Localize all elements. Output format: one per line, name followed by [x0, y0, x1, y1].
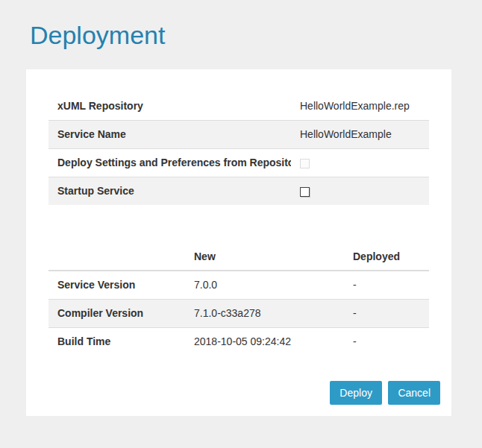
- deployment-card: xUML Repository HelloWorldExample.rep Se…: [26, 69, 451, 416]
- startup-service-checkbox[interactable]: [300, 187, 310, 197]
- compiler-version-deployed: -: [344, 299, 429, 327]
- action-buttons: Deploy Cancel: [37, 381, 440, 405]
- table-row-compiler-version: Compiler Version 7.1.0-c33a278 -: [48, 299, 429, 327]
- deploy-settings-checkbox: [300, 159, 310, 168]
- page-title: Deployment: [30, 21, 456, 49]
- build-time-label: Build Time: [48, 327, 185, 356]
- cancel-button[interactable]: Cancel: [388, 381, 440, 405]
- column-header-empty: [48, 242, 185, 271]
- table-row-build-time: Build Time 2018-10-05 09:24:42 -: [48, 327, 429, 356]
- xuml-repository-label: xUML Repository: [48, 92, 291, 120]
- build-time-new: 2018-10-05 09:24:42: [185, 327, 344, 356]
- deploy-button[interactable]: Deploy: [330, 381, 382, 405]
- xuml-repository-value: HelloWorldExample.rep: [291, 92, 429, 120]
- startup-service-label: Startup Service: [48, 177, 291, 205]
- compiler-version-label: Compiler Version: [48, 299, 185, 327]
- version-comparison-table: New Deployed Service Version 7.0.0 - Com…: [48, 242, 429, 356]
- deploy-settings-label: Deploy Settings and Preferences from Rep…: [48, 148, 291, 177]
- table-row-service-name: Service Name HelloWorldExample: [48, 120, 429, 148]
- service-name-label: Service Name: [48, 120, 291, 148]
- build-time-deployed: -: [344, 327, 429, 356]
- table-row-xuml-repository: xUML Repository HelloWorldExample.rep: [48, 92, 429, 120]
- table-row-deploy-settings: Deploy Settings and Preferences from Rep…: [48, 148, 429, 177]
- service-version-label: Service Version: [48, 271, 185, 299]
- service-name-value: HelloWorldExample: [291, 120, 429, 148]
- service-version-deployed: -: [344, 271, 429, 299]
- table-row-service-version: Service Version 7.0.0 -: [48, 271, 429, 299]
- compiler-version-new: 7.1.0-c33a278: [185, 299, 344, 327]
- column-header-deployed: Deployed: [344, 242, 429, 271]
- service-version-new: 7.0.0: [185, 271, 344, 299]
- deployment-settings-table: xUML Repository HelloWorldExample.rep Se…: [48, 92, 429, 205]
- column-header-new: New: [185, 242, 344, 271]
- version-table-header-row: New Deployed: [48, 242, 429, 271]
- table-row-startup-service: Startup Service: [48, 177, 429, 205]
